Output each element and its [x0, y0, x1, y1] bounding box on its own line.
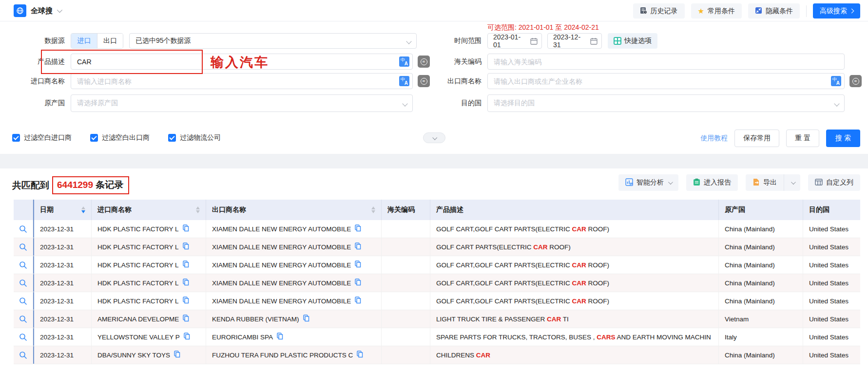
history-button[interactable]: 历史记录: [633, 3, 685, 19]
table-row: 2023-12-31 HDK PLASTIC FACTORY L XIAMEN …: [14, 256, 860, 274]
star-icon: ★: [698, 7, 704, 16]
tutorial-link[interactable]: 使用教程: [700, 134, 728, 143]
favorites-button[interactable]: ★ 常用条件: [691, 3, 742, 19]
view-detail-icon[interactable]: [19, 279, 27, 287]
custom-columns-button[interactable]: 自定义列: [808, 174, 860, 191]
globe-logo-icon: [14, 4, 26, 17]
copy-icon[interactable]: [183, 260, 189, 269]
smart-analysis-button[interactable]: BI 智能分析: [618, 174, 678, 191]
cell-exporter: XIAMEN DALLE NEW ENERGY AUTOMOBILE: [206, 238, 382, 256]
copy-icon[interactable]: [355, 260, 361, 269]
cell-detail: [14, 238, 33, 256]
copy-icon[interactable]: [355, 224, 361, 233]
view-detail-icon[interactable]: [19, 351, 27, 359]
calendar-icon: [530, 37, 538, 46]
cell-desc: GOLF CART PARTS(ELECTRIC CAR ROOF): [430, 238, 719, 256]
copy-icon[interactable]: [183, 279, 189, 287]
tab-export[interactable]: 出口: [97, 34, 123, 48]
copy-icon[interactable]: [277, 333, 283, 341]
reset-button[interactable]: 重 置: [786, 130, 819, 147]
copy-icon[interactable]: [184, 333, 190, 341]
importer-input[interactable]: [71, 73, 413, 89]
destination-select[interactable]: 请选择目的国: [487, 94, 845, 112]
view-detail-icon[interactable]: [19, 333, 27, 341]
cell-importer: HDK PLASTIC FACTORY L: [92, 220, 206, 238]
end-date-input[interactable]: 2023-12-31: [547, 33, 602, 49]
cell-date: 2023-12-31: [33, 256, 92, 274]
sort-icons[interactable]: [365, 206, 375, 213]
cell-detail: [14, 328, 33, 346]
cell-hs-code: [382, 346, 430, 364]
translate-icon[interactable]: 中A: [399, 76, 409, 86]
cell-hs-code: [382, 256, 430, 274]
copy-icon[interactable]: [303, 315, 309, 323]
table-body: 2023-12-31 HDK PLASTIC FACTORY L XIAMEN …: [14, 220, 860, 364]
copy-icon[interactable]: [355, 279, 361, 287]
exact-match-icon[interactable]: =: [849, 75, 862, 87]
checkbox-filter-blank-importer[interactable]: 过滤空白进口商: [12, 133, 72, 142]
copy-icon[interactable]: [355, 242, 361, 251]
sort-icons[interactable]: [75, 206, 85, 213]
table-header-row: 日期 进口商名称 出口商名称 海关编码 产品描述 原产国 目的国: [14, 200, 860, 220]
checkbox-filter-logistics[interactable]: 过滤物流公司: [168, 133, 221, 142]
cell-hs-code: [382, 274, 430, 292]
form-collapse-toggle[interactable]: [423, 132, 445, 143]
copy-icon[interactable]: [174, 351, 180, 359]
export-button[interactable]: 导出: [746, 174, 784, 191]
product-desc-label: 产品描述: [12, 57, 65, 66]
header-importer[interactable]: 进口商名称: [92, 200, 206, 220]
cell-origin: Vietnam: [719, 310, 803, 328]
cell-origin: China (Mainland): [719, 238, 803, 256]
origin-label: 原产国: [12, 99, 65, 108]
hide-conditions-button[interactable]: 隐藏条件: [748, 3, 800, 19]
app-brand[interactable]: 全球搜: [14, 4, 61, 17]
quick-options-button[interactable]: 快捷选项: [608, 33, 657, 49]
checkbox-filter-blank-exporter[interactable]: 过滤空白出口商: [90, 133, 150, 142]
cell-importer: HDK PLASTIC FACTORY L: [92, 292, 206, 310]
advanced-search-button[interactable]: 高级搜索: [813, 3, 860, 19]
table-row: 2023-12-31 HDK PLASTIC FACTORY L XIAMEN …: [14, 220, 860, 238]
save-conditions-button[interactable]: 保存常用: [734, 130, 779, 147]
cell-importer: HDK PLASTIC FACTORY L: [92, 274, 206, 292]
top-bar: 全球搜 历史记录 ★ 常用条件 隐藏条件 高级搜索: [0, 0, 868, 21]
search-button[interactable]: 搜 索: [826, 130, 860, 147]
sort-icons[interactable]: [189, 206, 200, 213]
collapse-icon: [755, 7, 762, 16]
cell-date: 2023-12-31: [33, 310, 92, 328]
cell-hs-code: [382, 220, 430, 238]
copy-icon[interactable]: [357, 351, 363, 359]
enter-report-button[interactable]: 进入报告: [686, 174, 738, 191]
translate-icon[interactable]: 中A: [399, 56, 409, 67]
table-row: 2023-12-31 AMERICANA DEVELOPME KENDA RUB…: [14, 310, 860, 328]
view-detail-icon[interactable]: [19, 261, 27, 269]
copy-icon[interactable]: [183, 224, 189, 233]
start-date-input[interactable]: 2023-01-01: [487, 33, 542, 49]
copy-icon[interactable]: [183, 297, 189, 305]
copy-icon[interactable]: [183, 242, 189, 251]
cell-origin: China (Mainland): [719, 256, 803, 274]
cell-importer: HDK PLASTIC FACTORY L: [92, 238, 206, 256]
view-detail-icon[interactable]: [19, 315, 27, 323]
cell-hs-code: [382, 310, 430, 328]
chevron-down-icon[interactable]: [57, 7, 62, 13]
exact-match-icon[interactable]: =: [418, 56, 430, 68]
translate-icon[interactable]: 中A: [831, 76, 841, 86]
tab-import[interactable]: 进口: [71, 34, 97, 48]
export-split-button: 导出: [746, 174, 800, 191]
copy-icon[interactable]: [355, 297, 361, 305]
header-date[interactable]: 日期: [33, 200, 92, 220]
view-detail-icon[interactable]: [19, 225, 27, 233]
data-source-select[interactable]: 已选中95个数据源: [129, 33, 417, 49]
match-count-title: 共匹配到 6441299 条记录: [12, 176, 129, 194]
export-more-button[interactable]: [784, 174, 800, 191]
header-exporter[interactable]: 出口商名称: [206, 200, 382, 220]
export-icon: [752, 178, 760, 187]
copy-icon[interactable]: [183, 315, 189, 323]
exporter-input[interactable]: [487, 73, 845, 89]
exact-match-icon[interactable]: =: [418, 75, 430, 87]
hs-code-input[interactable]: [487, 54, 845, 70]
cell-destination: United States: [803, 274, 860, 292]
view-detail-icon[interactable]: [19, 297, 27, 305]
view-detail-icon[interactable]: [19, 243, 27, 251]
origin-select[interactable]: 请选择原产国: [71, 94, 413, 112]
